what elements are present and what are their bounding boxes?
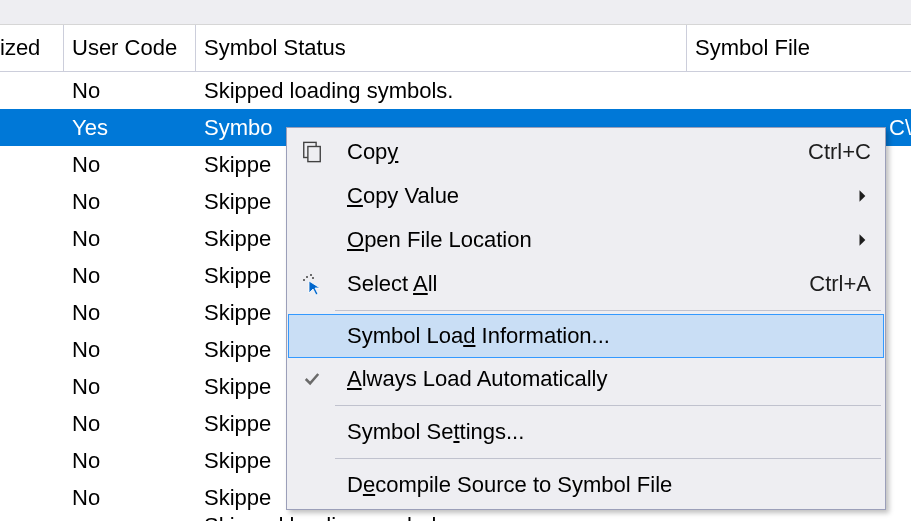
menu-item-open-file-location[interactable]: Open File Location — [289, 218, 883, 262]
svg-point-4 — [303, 279, 305, 281]
cell-user-code: Yes — [64, 115, 196, 141]
checkmark-icon — [289, 357, 335, 401]
column-header-user-code[interactable]: User Code — [64, 25, 196, 71]
select-all-cursor-icon — [289, 262, 335, 306]
menu-label: Open File Location — [335, 227, 857, 253]
menu-label: Symbol Load Information... — [335, 323, 871, 349]
cell-user-code: No — [64, 189, 196, 215]
table-row[interactable]: Skipped loading symbols — [0, 516, 911, 521]
menu-label: Copy — [335, 139, 788, 165]
menu-label: Always Load Automatically — [335, 366, 871, 392]
menu-label: Decompile Source to Symbol File — [335, 472, 871, 498]
menu-item-copy[interactable]: Copy Ctrl+C — [289, 130, 883, 174]
menu-item-always-load-automatically[interactable]: Always Load Automatically — [289, 357, 883, 401]
svg-rect-1 — [308, 147, 320, 162]
blank-icon — [289, 315, 335, 357]
column-headers: ized User Code Symbol Status Symbol File — [0, 25, 911, 72]
submenu-arrow-icon — [857, 233, 871, 247]
menu-item-symbol-load-information[interactable]: Symbol Load Information... — [288, 314, 884, 358]
cell-user-code: No — [64, 78, 196, 104]
copy-icon — [289, 130, 335, 174]
column-header-symbol-file[interactable]: Symbol File — [687, 25, 911, 71]
cell-user-code: No — [64, 152, 196, 178]
menu-label: Select All — [335, 271, 789, 297]
menu-shortcut: Ctrl+C — [788, 139, 871, 165]
svg-point-2 — [306, 276, 308, 278]
cell-user-code: No — [64, 263, 196, 289]
cell-user-code: No — [64, 448, 196, 474]
menu-separator — [335, 458, 881, 459]
menu-label: Copy Value — [335, 183, 857, 209]
column-header-optimized-partial[interactable]: ized — [0, 25, 64, 71]
cell-symbol-status: Skipped loading symbols. — [196, 78, 687, 104]
svg-point-5 — [312, 277, 314, 279]
column-header-symbol-status[interactable]: Symbol Status — [196, 25, 687, 71]
cell-user-code: No — [64, 226, 196, 252]
cell-symbol-status: Skipped loading symbols — [196, 516, 687, 521]
menu-item-select-all[interactable]: Select All Ctrl+A — [289, 262, 883, 306]
table-row[interactable]: No Skipped loading symbols. — [0, 72, 911, 109]
menu-label: Symbol Settings... — [335, 419, 871, 445]
menu-separator — [335, 405, 881, 406]
blank-icon — [289, 174, 335, 218]
toolbar-area — [0, 0, 911, 25]
menu-item-copy-value[interactable]: Copy Value — [289, 174, 883, 218]
submenu-arrow-icon — [857, 189, 871, 203]
svg-point-3 — [310, 274, 312, 276]
menu-item-symbol-settings[interactable]: Symbol Settings... — [289, 410, 883, 454]
menu-item-decompile-source[interactable]: Decompile Source to Symbol File — [289, 463, 883, 507]
cell-user-code: No — [64, 485, 196, 511]
cell-user-code: No — [64, 300, 196, 326]
menu-separator — [335, 310, 881, 311]
cell-user-code: No — [64, 374, 196, 400]
cell-user-code: No — [64, 411, 196, 437]
cell-user-code: No — [64, 337, 196, 363]
menu-shortcut: Ctrl+A — [789, 271, 871, 297]
blank-icon — [289, 463, 335, 507]
blank-icon — [289, 218, 335, 262]
context-menu: Copy Ctrl+C Copy Value Open File Locatio… — [286, 127, 886, 510]
blank-icon — [289, 410, 335, 454]
